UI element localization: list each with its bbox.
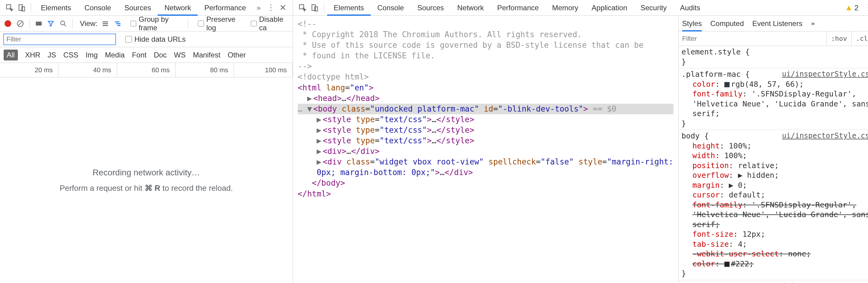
search-icon[interactable]	[59, 19, 67, 28]
style-rule[interactable]: element.style {}	[679, 46, 868, 68]
styles-tab-styles[interactable]: Styles	[682, 16, 702, 31]
svg-rect-12	[116, 23, 120, 24]
styles-filter-input[interactable]	[679, 35, 827, 43]
style-rule[interactable]: .platform-mac {ui/inspectorStyle.css:94c…	[679, 68, 868, 130]
svg-rect-8	[102, 22, 108, 22]
svg-point-6	[61, 21, 64, 25]
tab-audits[interactable]: Audits	[673, 0, 707, 16]
styles-tabbar: Styles Computed Event Listeners »	[679, 16, 868, 31]
disable-cache-checkbox[interactable]: Disable ca	[251, 15, 289, 32]
svg-rect-11	[115, 22, 119, 22]
tab-security[interactable]: Security	[634, 0, 673, 16]
devtools-left: Elements Console Sources Network Perform…	[0, 0, 293, 283]
toggle-device-icon[interactable]	[309, 2, 321, 14]
svg-line-7	[64, 25, 66, 26]
type-manifest[interactable]: Manifest	[193, 51, 221, 59]
inspect-element-icon[interactable]	[297, 2, 309, 14]
request-types: All XHR JS CSS Img Media Font Doc WS Man…	[0, 47, 293, 63]
tabbar-left: Elements Console Sources Network Perform…	[0, 0, 293, 16]
tabbar-right: Elements Console Sources Network Perform…	[293, 0, 868, 16]
style-rules: element.style {}.platform-mac {ui/inspec…	[679, 46, 868, 283]
more-tabs-icon[interactable]: »	[253, 2, 265, 14]
tab-sources[interactable]: Sources	[118, 0, 158, 16]
type-img[interactable]: Img	[86, 51, 98, 59]
svg-line-4	[18, 22, 22, 25]
timeline-tick: 20 ms	[0, 63, 58, 77]
filter-input[interactable]	[4, 34, 116, 45]
timeline-tick: 40 ms	[58, 63, 117, 77]
styles-tab-computed[interactable]: Computed	[710, 16, 744, 31]
preserve-log-checkbox[interactable]: Preserve log	[198, 15, 242, 32]
cls-toggle[interactable]: .cls	[851, 31, 868, 46]
tab-sources[interactable]: Sources	[411, 0, 451, 16]
tab-application[interactable]: Application	[585, 0, 634, 16]
tab-memory[interactable]: Memory	[546, 0, 585, 16]
type-other[interactable]: Other	[227, 51, 246, 59]
type-css[interactable]: CSS	[63, 51, 78, 59]
type-js[interactable]: JS	[48, 51, 56, 59]
styles-filter-row: :hov .cls +	[679, 31, 868, 46]
group-by-frame-checkbox[interactable]: Group by frame	[130, 15, 183, 32]
tab-performance[interactable]: Performance	[198, 0, 252, 16]
toggle-device-icon[interactable]	[16, 2, 28, 14]
type-media[interactable]: Media	[105, 51, 125, 59]
record-button[interactable]	[4, 19, 12, 28]
hov-toggle[interactable]: :hov	[827, 31, 851, 46]
svg-rect-5	[36, 22, 42, 25]
type-font[interactable]: Font	[132, 51, 147, 59]
tab-performance[interactable]: Performance	[491, 0, 546, 16]
timeline-tick: 100 ms	[234, 63, 292, 77]
view-label: View:	[80, 20, 97, 28]
tab-elements[interactable]: Elements	[327, 0, 371, 16]
kebab-menu-icon[interactable]: ⋮	[862, 2, 868, 14]
more-tabs-icon[interactable]: »	[811, 20, 815, 27]
inspect-element-icon[interactable]	[4, 2, 16, 14]
tab-network[interactable]: Network	[158, 0, 198, 16]
clear-icon[interactable]	[16, 19, 24, 28]
separator	[31, 3, 31, 13]
styles-panel: Styles Computed Event Listeners » :hov .…	[678, 16, 868, 283]
warning-icon: ▲	[845, 3, 853, 12]
timeline-tick: 60 ms	[117, 63, 176, 77]
type-ws[interactable]: WS	[174, 51, 186, 59]
timeline-tick: 80 ms	[176, 63, 234, 77]
svg-rect-10	[102, 25, 108, 26]
tab-network[interactable]: Network	[451, 0, 491, 16]
style-rule[interactable]: body {ui/inspectorStyle.css:75height: 10…	[679, 130, 868, 280]
kebab-menu-icon[interactable]: ⋮	[265, 2, 277, 14]
filter-icon[interactable]	[46, 19, 55, 28]
timeline-ruler[interactable]: 20 ms 40 ms 60 ms 80 ms 100 ms	[0, 63, 293, 77]
hide-data-urls-checkbox[interactable]: Hide data URLs	[125, 35, 186, 43]
close-icon[interactable]: ✕	[277, 2, 289, 14]
view-tree-icon[interactable]	[113, 19, 122, 28]
view-waterfall-icon[interactable]	[101, 19, 110, 28]
tab-console[interactable]: Console	[78, 0, 118, 16]
devtools-right: Elements Console Sources Network Perform…	[293, 0, 868, 283]
hint-label: Perform a request or hit ⌘ R to record t…	[60, 183, 233, 193]
type-xhr[interactable]: XHR	[25, 51, 40, 59]
type-all[interactable]: All	[4, 49, 18, 61]
tab-console[interactable]: Console	[371, 0, 411, 16]
capture-screenshots-icon[interactable]	[34, 19, 43, 28]
filter-row: Hide data URLs	[0, 31, 293, 47]
dom-tree[interactable]: <!-- * Copyright 2018 The Chromium Autho…	[293, 16, 678, 283]
svg-rect-13	[117, 25, 120, 26]
type-doc[interactable]: Doc	[154, 51, 167, 59]
svg-rect-9	[102, 23, 108, 24]
style-rule[interactable]: * {ui/inspectorCommon.css:45box-sizing: …	[679, 280, 868, 283]
network-toolbar: View: Group by frame Preserve log Disabl…	[0, 16, 293, 31]
warnings-count[interactable]: ▲2	[841, 3, 862, 12]
network-empty-state: Recording network activity… Perform a re…	[0, 77, 293, 283]
recording-label: Recording network activity…	[93, 168, 200, 177]
tab-elements[interactable]: Elements	[34, 0, 78, 16]
styles-tab-eventlisteners[interactable]: Event Listeners	[752, 16, 802, 31]
